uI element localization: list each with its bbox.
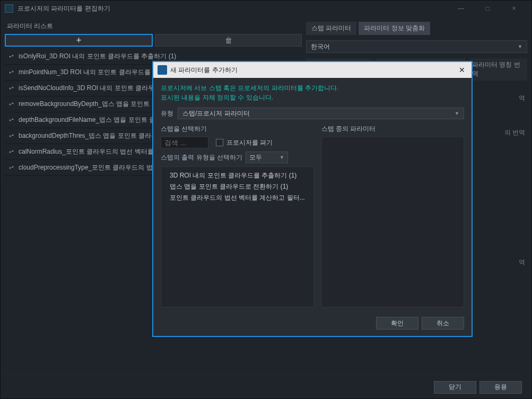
- tab-bar: 스텝 파라미터 파라미터 정보 맞춤화: [306, 21, 527, 38]
- expand-procedure-label: 프로시저를 펴기: [226, 138, 273, 147]
- output-type-label: 스텝의 출력 유형을 선택하기: [161, 153, 242, 162]
- param-icon: [8, 117, 15, 124]
- language-select[interactable]: 한국어 ▼: [306, 40, 527, 53]
- chevron-down-icon: ▼: [280, 155, 284, 160]
- language-value: 한국어: [311, 42, 330, 51]
- svg-line-20: [11, 151, 12, 152]
- app-icon: [5, 4, 13, 13]
- close-window-button[interactable]: ×: [506, 5, 522, 12]
- window-controls: — □ ×: [453, 5, 527, 12]
- cancel-button[interactable]: 취소: [422, 317, 464, 330]
- dialog-columns: 스텝을 선택하기 프로시저를 펴기 스텝의 출력 유형을 선택하기 모두 ▼: [161, 125, 464, 307]
- param-icon: [8, 132, 15, 140]
- param-icon: [8, 164, 15, 172]
- dialog-title: 새 파라미터를 추가하기: [170, 66, 457, 75]
- svg-line-23: [11, 167, 12, 168]
- tree-item[interactable]: 뎁스 맵을 포인트 클라우드로 전환하기 (1): [165, 181, 309, 192]
- parameter-list-label: 파라미터 리스트: [5, 21, 302, 32]
- tree-item[interactable]: 포인트 클라우드의 법선 벡터를 계산하고 필터...: [165, 192, 309, 203]
- step-parameters-column: 스텝 중의 파라미터: [321, 125, 464, 307]
- tree-item[interactable]: 3D ROI 내의 포인트 클라우드를 추출하기 (1): [165, 170, 309, 181]
- param-icon: [8, 85, 15, 92]
- svg-line-2: [11, 56, 12, 57]
- step-parameters-header: 스텝 중의 파라미터: [321, 125, 464, 134]
- type-select-value: 스텝/프로시저 파라미터: [182, 109, 250, 118]
- type-select[interactable]: 스텝/프로시저 파라미터 ▼: [178, 108, 464, 119]
- trash-icon: 🗑: [225, 36, 232, 45]
- type-row: 유형 스텝/프로시저 파라미터 ▼: [161, 108, 464, 119]
- main-footer: 닫기 응용: [5, 375, 527, 398]
- dialog-titlebar: 새 파라미터를 추가하기 ✕: [153, 62, 472, 78]
- svg-line-17: [11, 135, 12, 136]
- dialog-hint: 프로시저에 서브 스텝 혹은 프로세저의 파라미터를 추가합니다. 표시된 내용…: [161, 83, 464, 102]
- titlebar: 프로시저의 파라미터를 편집하기 — □ ×: [1, 1, 531, 16]
- ok-button[interactable]: 확인: [376, 317, 418, 330]
- search-input[interactable]: [161, 137, 208, 148]
- param-name-translation-label: 파라미터 명칭 번역: [469, 58, 527, 81]
- svg-line-14: [11, 119, 12, 120]
- step-parameters-box[interactable]: [321, 137, 464, 307]
- svg-line-5: [11, 72, 12, 73]
- select-step-column: 스텝을 선택하기 프로시저를 펴기 스텝의 출력 유형을 선택하기 모두 ▼: [161, 125, 314, 307]
- dialog-hint-line1: 프로시저에 서브 스텝 혹은 프로세저의 파라미터를 추가합니다.: [161, 84, 338, 92]
- maximize-button[interactable]: □: [479, 5, 495, 12]
- plus-icon: +: [76, 35, 82, 46]
- param-icon: [8, 148, 15, 156]
- tab-step-parameters[interactable]: 스텝 파라미터: [306, 22, 356, 35]
- list-item-label: isOnlyRoi_3D ROI 내의 포인트 클라우드를 추출하기 (1): [19, 52, 176, 61]
- add-parameter-button[interactable]: +: [5, 34, 153, 47]
- svg-line-8: [11, 87, 12, 88]
- param-icon: [8, 101, 15, 108]
- window-title: 프로시저의 파라미터를 편집하기: [18, 4, 453, 13]
- delete-parameter-button[interactable]: 🗑: [155, 34, 302, 47]
- chevron-down-icon: ▼: [455, 111, 459, 116]
- dialog-body: 프로시저에 서브 스텝 혹은 프로세저의 파라미터를 추가합니다. 표시된 내용…: [153, 78, 472, 313]
- expand-procedure-checkbox-row[interactable]: 프로시저를 펴기: [216, 138, 273, 147]
- param-icon: [8, 53, 15, 60]
- dialog-footer: 확인 취소: [153, 313, 472, 336]
- dialog-hint-line2: 표시된 내용을 자체 정의할 수 있습니다.: [161, 93, 464, 102]
- apply-button[interactable]: 응용: [479, 381, 522, 394]
- select-step-header: 스텝을 선택하기: [161, 125, 314, 134]
- close-button[interactable]: 닫기: [434, 381, 476, 394]
- minimize-button[interactable]: —: [453, 5, 469, 12]
- output-type-value: 모두: [249, 153, 262, 162]
- step-tree[interactable]: 3D ROI 내의 포인트 클라우드를 추출하기 (1) 뎁스 맵을 포인트 클…: [161, 166, 314, 307]
- output-type-row: 스텝의 출력 유형을 선택하기 모두 ▼: [161, 152, 314, 163]
- type-label: 유형: [161, 109, 173, 118]
- chevron-down-icon: ▼: [518, 44, 522, 49]
- tab-parameter-info[interactable]: 파라미터 정보 맞춤화: [359, 22, 430, 35]
- search-row: 프로시저를 펴기: [161, 137, 314, 148]
- checkbox-icon: [216, 139, 223, 146]
- add-delete-row: + 🗑: [5, 34, 302, 47]
- param-icon: [8, 69, 15, 76]
- dialog-close-button[interactable]: ✕: [457, 66, 467, 74]
- add-parameter-dialog: 새 파라미터를 추가하기 ✕ 프로시저에 서브 스텝 혹은 프로세저의 파라미터…: [152, 61, 473, 337]
- dialog-icon: [158, 65, 167, 75]
- svg-line-11: [11, 103, 12, 104]
- output-type-select[interactable]: 모두 ▼: [246, 152, 288, 163]
